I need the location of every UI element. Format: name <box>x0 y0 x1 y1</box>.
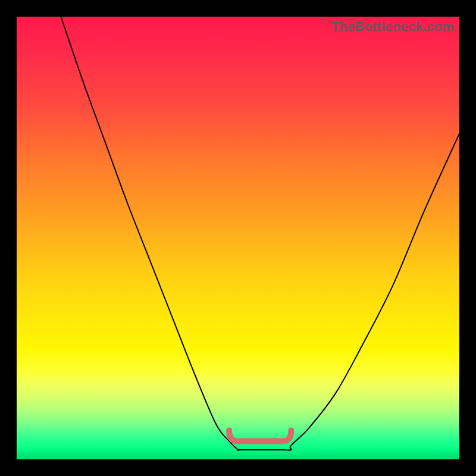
valley-floor-marker <box>229 430 291 441</box>
bottleneck-curve <box>61 17 459 450</box>
bottleneck-curve-layer <box>17 17 459 459</box>
chart-frame: TheBottleneck.com <box>17 17 459 459</box>
